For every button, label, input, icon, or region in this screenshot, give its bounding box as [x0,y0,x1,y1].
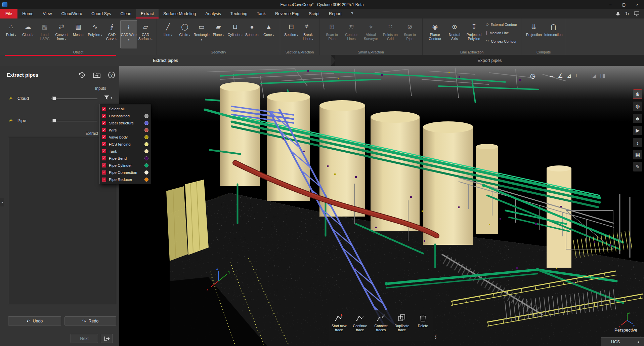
ribbon-cloud-button[interactable]: ☁Cloud [19,20,36,48]
ribbon-point-button[interactable]: ∴Point [3,20,19,48]
checkbox-checked-icon[interactable] [102,107,106,111]
ribbon-cylinder-button[interactable]: ⊔Cylinder [227,20,244,48]
cube-view-icon[interactable]: ▦ [633,150,642,159]
tab-extract-pipes[interactable]: Extract pipes [0,55,331,66]
collapse-trace-toolbar-chevron[interactable]: ∨∨ [434,334,437,339]
ribbon-convex-contour-button[interactable]: ◠Convex Contour [486,39,517,43]
menu-surface-modeling[interactable]: Surface Modeling [159,9,201,18]
checkbox-checked-icon[interactable] [102,121,106,125]
angle-tool-icon[interactable]: ∡ [556,71,565,80]
menu-view[interactable]: View [38,9,57,18]
menu-report[interactable]: Report [324,9,346,18]
vertical-measure-icon[interactable]: ↕ [633,138,642,147]
texture-tool-icon[interactable]: ◨ [598,71,607,80]
ribbon-cad-curve-button[interactable]: ∮CAD Curve [103,20,120,48]
ribbon-scan-to-pipe-button[interactable]: ⊘Scan to Pipe [400,20,420,48]
bulb-icon[interactable]: ☀ [9,118,13,123]
ribbon-neutral-axis-button[interactable]: ⊕Neutral Axis [445,20,464,48]
stopwatch-tool-icon[interactable]: ◷ [528,71,537,80]
filter-item-pipe-bend[interactable]: Pipe Bend [100,155,151,162]
minimize-button[interactable]: – [604,0,617,9]
filter-item-tank[interactable]: Tank [100,148,151,155]
menu-help[interactable]: ? [346,9,358,18]
ribbon-polyline-button[interactable]: ∿Polyline [87,20,103,48]
ribbon-convert-from-button[interactable]: ⇄Convert from [53,20,70,48]
menu-home[interactable]: Home [17,9,38,18]
menu-analysis[interactable]: Analysis [201,9,226,18]
menu-clean[interactable]: Clean [116,9,136,18]
display-icon[interactable] [634,11,639,16]
point-cloud-scene[interactable]: z Y x [119,66,644,346]
tab-export-pipes[interactable]: Export pipes [335,55,644,66]
filter-item-wire[interactable]: Wire [100,126,151,133]
filter-item-pipe-connection[interactable]: Pipe Connection [100,169,151,176]
ribbon-cone-button[interactable]: ▲Cone [260,20,277,48]
menu-texturing[interactable]: Texturing [226,9,252,18]
checkbox-checked-icon[interactable] [102,163,106,167]
ribbon-section-button[interactable]: ⊟Section [283,20,300,48]
checkbox-checked-icon[interactable] [102,128,106,132]
checkbox-checked-icon[interactable] [102,142,106,146]
next-button[interactable]: Next [71,334,98,343]
viewer-head-icon[interactable]: ☻ [633,114,642,123]
fly-mode-icon[interactable]: ▶ [633,126,642,135]
checkbox-checked-icon[interactable] [102,170,106,175]
ribbon-median-line-button[interactable]: ∥Median Line [486,31,517,35]
menu-file[interactable]: File [0,9,17,18]
ribbon-projected-polyline-button[interactable]: ↧Projected Polyline [464,20,484,48]
history-icon[interactable] [78,71,86,79]
notifications-bell-icon[interactable] [615,11,620,16]
filter-item-select-all[interactable]: Select all [100,105,151,112]
ribbon-line-button[interactable]: ╱Line [160,20,176,48]
ribbon-plane-button[interactable]: ▰Plane [210,20,227,48]
ribbon-rectangle-button[interactable]: ▭Rectangle [193,20,210,48]
area-tool-icon[interactable]: ⊿ [565,71,573,80]
ribbon-mesh-button[interactable]: ▦Mesh [70,20,87,48]
pipe-slider-handle[interactable] [52,119,56,122]
ucs-selector[interactable]: UCS ▲ [601,337,644,346]
checkbox-checked-icon[interactable] [102,178,106,182]
ribbon-cad-wire-button[interactable]: ≀CAD Wire [120,20,137,48]
menu-reverse-eng[interactable]: Reverse Eng [270,9,304,18]
cloud-opacity-slider[interactable] [51,99,97,99]
ribbon-virtual-surveyor-button[interactable]: ⌖Virtual Surveyor [361,20,381,48]
panel-collapse-handle[interactable]: ◂ [0,198,4,206]
duplicate-trace-button[interactable]: Duplicate trace [391,310,412,341]
continue-trace-button[interactable]: Continue trace [349,310,370,341]
shading-tool-icon[interactable]: ◪ [590,71,598,80]
menu-coord-sys[interactable]: Coord Sys [87,9,116,18]
sync-icon[interactable]: ↻ [625,11,629,16]
filter-item-pipe-reducer[interactable]: Pipe Reducer [100,176,151,183]
delete-trace-button[interactable]: Delete [413,310,433,341]
checkbox-checked-icon[interactable] [102,114,106,118]
ribbon-cad-surface-button[interactable]: ▱CAD Surface [137,20,154,48]
filter-item-steel-structure[interactable]: Steel structure [100,119,151,126]
redo-button[interactable]: ↷ Redo [65,316,116,325]
import-folder-icon[interactable] [92,71,101,79]
layers-icon[interactable]: ◍ [633,102,642,111]
connect-traces-button[interactable]: Connect traces [371,310,391,341]
ribbon-intersection-button[interactable]: ⋂Intersection [544,20,563,48]
filter-item-unclassified[interactable]: Unclassified [100,112,151,119]
clearance-tool-icon[interactable]: ∟ [573,71,582,80]
ribbon-planar-contour-button[interactable]: ◉Planar Contour [425,20,445,48]
start-new-trace-button[interactable]: Start new trace [329,310,349,341]
ribbon-scan-to-plan-button[interactable]: ⊞Scan to Plan [322,20,342,48]
ribbon-circle-button[interactable]: ◯Circle [176,20,193,48]
ribbon-projection-button[interactable]: ⇊Projection [524,20,544,48]
checkbox-checked-icon[interactable] [102,149,106,153]
close-button[interactable]: × [631,0,644,9]
distance-tool-icon[interactable]: ↔ [547,71,556,80]
maximize-button[interactable]: ▢ [617,0,631,9]
menu-extract[interactable]: Extract [136,9,159,18]
navigation-compass-icon[interactable]: ⊕ [633,89,642,99]
checkbox-checked-icon[interactable] [102,135,106,139]
ribbon-contour-lines-button[interactable]: ≋Contour Lines [342,20,361,48]
projection-mode-label[interactable]: Perspective [614,328,637,333]
filter-item-valve-body[interactable]: Valve body [100,133,151,141]
checkbox-checked-icon[interactable] [102,156,106,160]
edit-scene-icon[interactable]: ✎ [633,162,642,171]
menu-tank[interactable]: Tank [252,9,270,18]
cloud-filter-button[interactable]: ▾ [104,95,112,101]
pipe-opacity-slider[interactable] [51,121,97,121]
